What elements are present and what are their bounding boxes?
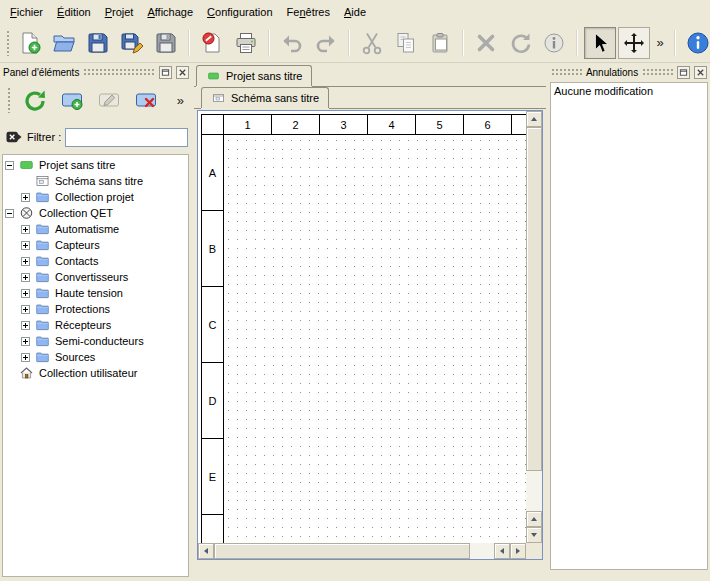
scroll-up-button[interactable] (526, 111, 542, 127)
cut-icon (360, 31, 384, 55)
open-folder-icon (52, 31, 76, 55)
new-element-button[interactable] (57, 85, 87, 115)
tree-item-collection-qet[interactable]: Collection QET (3, 205, 188, 221)
dock-grip (83, 68, 155, 76)
scroll-down-button[interactable] (526, 527, 542, 543)
menu-item-fichier[interactable]: Fichier (3, 3, 50, 21)
vertical-scrollbar[interactable] (526, 111, 542, 543)
menu-item-affichage[interactable]: Affichage (140, 3, 200, 21)
expander-plus-icon[interactable] (21, 353, 30, 362)
rotate-button[interactable] (504, 27, 536, 59)
filter-input[interactable] (65, 128, 188, 147)
expander-plus-icon[interactable] (21, 225, 30, 234)
row-headers: ABCDE (202, 135, 224, 543)
panel-toolbar-overflow[interactable]: » (177, 93, 188, 108)
horizontal-scrollbar[interactable] (198, 543, 526, 559)
row-header-D: D (202, 363, 224, 439)
expander-plus-icon[interactable] (21, 273, 30, 282)
pan-mode-button[interactable] (618, 27, 650, 59)
menu-item-edition[interactable]: Édition (50, 3, 98, 21)
tree-item-collection-projet[interactable]: Collection projet (3, 189, 188, 205)
row-header-B: B (202, 211, 224, 287)
menu-bar: FichierÉditionProjetAffichageConfigurati… (0, 0, 710, 23)
about-button[interactable] (682, 27, 710, 59)
expander-plus-icon[interactable] (21, 257, 30, 266)
expander-plus-icon[interactable] (21, 241, 30, 250)
open-file-button[interactable] (48, 27, 80, 59)
close-file-button[interactable] (196, 27, 228, 59)
menu-item-aide[interactable]: Aide (337, 3, 373, 21)
expander-plus-icon[interactable] (21, 289, 30, 298)
info-gray-icon (542, 31, 566, 55)
scroll-left-button[interactable] (198, 543, 214, 559)
tree-item-semi-conducteurs[interactable]: Semi-conducteurs (3, 333, 188, 349)
tree-item-collection-utilisateur[interactable]: Collection utilisateur (3, 365, 188, 381)
tree-item-label: Schéma sans titre (55, 175, 143, 187)
expander-plus-icon[interactable] (21, 321, 30, 330)
print-button[interactable] (230, 27, 262, 59)
arrow-right-icon (516, 548, 520, 554)
project-tab-bar: Projet sans titre (194, 64, 546, 87)
column-header-1: 1 (224, 115, 272, 135)
clear-filter-icon[interactable] (5, 128, 23, 146)
diagram-frame[interactable]: 123456 ABCDE (201, 114, 526, 543)
tree-item-capteurs[interactable]: Capteurs (3, 237, 188, 253)
undo-button[interactable] (276, 27, 308, 59)
paste-button[interactable] (424, 27, 456, 59)
redo-button[interactable] (310, 27, 342, 59)
tree-item-protections[interactable]: Protections (3, 301, 188, 317)
new-file-button[interactable] (14, 27, 46, 59)
delete-element-button[interactable] (131, 85, 161, 115)
undo-panel-close-button[interactable] (694, 66, 707, 79)
folder-icon (34, 270, 51, 284)
column-header-4: 4 (368, 115, 416, 135)
save-as-button[interactable] (116, 27, 148, 59)
tree-item-automatisme[interactable]: Automatisme (3, 221, 188, 237)
row-header-E: E (202, 439, 224, 515)
expander-plus-icon[interactable] (21, 193, 30, 202)
tree-item-haute-tension[interactable]: Haute tension (3, 285, 188, 301)
expander-plus-icon[interactable] (21, 337, 30, 346)
menu-item-fenetres[interactable]: Fenêtres (280, 3, 337, 21)
new-element-icon (60, 88, 84, 112)
save-all-button[interactable] (150, 27, 182, 59)
folder-icon (34, 302, 51, 316)
tree-item-label: Projet sans titre (39, 159, 115, 171)
tab-projet-sans-titre[interactable]: Projet sans titre (196, 65, 312, 86)
expander-minus-icon[interactable] (5, 209, 14, 218)
elements-panel-titlebar[interactable]: Panel d'éléments (0, 64, 192, 80)
diagram-viewport[interactable]: 123456 ABCDE (198, 111, 526, 543)
elements-panel-float-button[interactable] (159, 66, 172, 79)
tree-item-projet-sans-titre[interactable]: Projet sans titre (3, 157, 188, 173)
toolbar-overflow-button[interactable]: » (652, 27, 668, 59)
expander-plus-icon[interactable] (21, 305, 30, 314)
save-button[interactable] (82, 27, 114, 59)
reload-collections-button[interactable] (20, 85, 50, 115)
tree-item-sources[interactable]: Sources (3, 349, 188, 365)
copy-button[interactable] (390, 27, 422, 59)
tree-item-convertisseurs[interactable]: Convertisseurs (3, 269, 188, 285)
scroll-left-button-secondary[interactable] (494, 543, 510, 559)
tab-schema-sans-titre[interactable]: Schéma sans titre (201, 87, 329, 108)
undo-panel-float-button[interactable] (677, 66, 690, 79)
elements-panel-close-button[interactable] (176, 66, 189, 79)
delete-button[interactable] (470, 27, 502, 59)
tree-item-schema-sans-titre[interactable]: Schéma sans titre (3, 173, 188, 189)
undo-history-list[interactable]: Aucune modification (550, 82, 708, 570)
tree-item-recepteurs[interactable]: Récepteurs (3, 317, 188, 333)
undo-empty-text: Aucune modification (554, 85, 704, 97)
scroll-up-button-secondary[interactable] (526, 511, 542, 527)
cut-button[interactable] (356, 27, 388, 59)
element-info-button[interactable] (538, 27, 570, 59)
menu-item-configuration[interactable]: Configuration (200, 3, 279, 21)
select-mode-button[interactable] (584, 27, 616, 59)
tree-item-label: Récepteurs (55, 319, 111, 331)
menu-item-projet[interactable]: Projet (98, 3, 141, 21)
scroll-right-button[interactable] (510, 543, 526, 559)
expander-minus-icon[interactable] (5, 161, 14, 170)
undo-panel-titlebar[interactable]: Annulations (548, 64, 710, 80)
vertical-scroll-thumb[interactable] (526, 127, 542, 471)
horizontal-scroll-thumb[interactable] (214, 543, 470, 559)
edit-element-button[interactable] (94, 85, 124, 115)
tree-item-contacts[interactable]: Contacts (3, 253, 188, 269)
